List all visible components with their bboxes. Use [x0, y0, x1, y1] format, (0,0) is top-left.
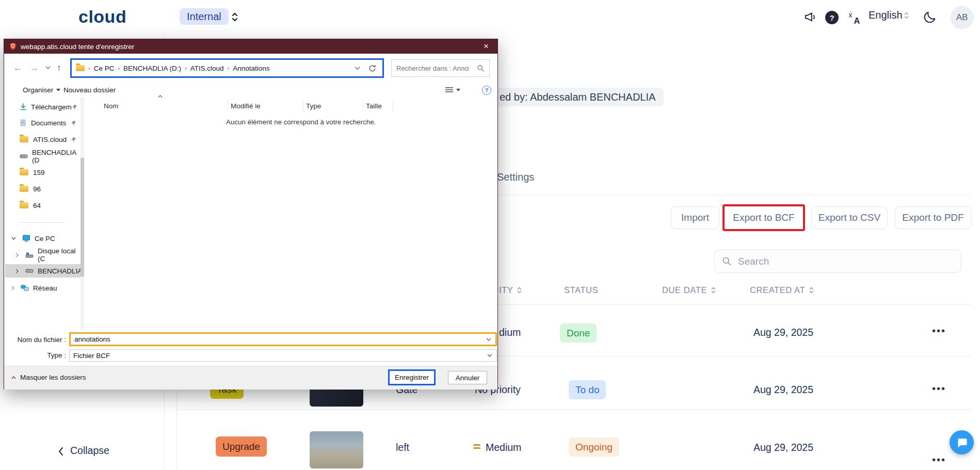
sidebar-item-folder-96[interactable]: 96 [4, 182, 79, 196]
filetype-select[interactable]: Fichier BCF [69, 349, 497, 362]
folder-icon [20, 186, 28, 192]
column-due-date[interactable]: DUE DATE [662, 285, 716, 295]
column-status[interactable]: STATUS [564, 285, 598, 295]
column-size[interactable]: Taille [366, 102, 382, 110]
computer-icon [22, 235, 30, 242]
organize-button[interactable]: Organiser [23, 86, 60, 94]
sidebar-separator [20, 222, 65, 223]
list-view-icon [445, 87, 453, 93]
sidebar-scrollbar-thumb[interactable] [81, 158, 84, 277]
dialog-help-icon[interactable]: ? [482, 86, 491, 95]
sidebar-item-network[interactable]: Réseau [4, 281, 79, 295]
address-bar[interactable]: › Ce PC › BENCHADLIA (D:) › ATIS.cloud ›… [70, 58, 384, 78]
search-input[interactable] [738, 256, 934, 267]
table-search[interactable] [714, 250, 961, 273]
search-icon [722, 256, 732, 266]
language-selector[interactable]: English [869, 9, 903, 21]
filename-input[interactable] [71, 335, 473, 343]
announcements-icon[interactable] [803, 10, 817, 25]
chat-widget-button[interactable] [950, 430, 974, 455]
breadcrumb-atis-cloud[interactable]: ATIS.cloud [190, 64, 224, 72]
translate-icon[interactable]: ẋA [847, 10, 863, 26]
sidebar-item-local-disk-c[interactable]: Disque local (C [4, 248, 79, 262]
export-pdf-button[interactable]: Export to PDF [895, 206, 971, 229]
row3-title[interactable]: left [396, 442, 409, 453]
breadcrumb-separator: › [224, 65, 233, 71]
up-icon[interactable]: ↑ [57, 63, 61, 73]
hide-folders-button[interactable]: Masquer les dossiers [11, 374, 86, 381]
row2-menu-button[interactable]: ••• [932, 383, 946, 395]
sidebar-item-atis-cloud[interactable]: ATIS.cloud [4, 133, 79, 146]
column-name[interactable]: Nom [104, 102, 119, 110]
export-bcf-button[interactable]: Export to BCF [722, 204, 805, 231]
sidebar-item-folder-64[interactable]: 64 [4, 199, 79, 212]
breadcrumb-separator: › [181, 65, 190, 71]
breadcrumb-annotations[interactable]: Annotations [233, 64, 269, 72]
chevron-right-icon[interactable] [11, 286, 14, 290]
dialog-search-input[interactable] [392, 64, 469, 72]
row3-thumbnail[interactable] [310, 431, 363, 468]
download-icon [20, 103, 27, 110]
avatar[interactable]: AB [951, 6, 973, 29]
document-icon [20, 119, 26, 126]
tag-badge: Upgrade [216, 436, 267, 457]
forward-icon[interactable]: → [30, 63, 39, 73]
save-button[interactable]: Enregistrer [388, 369, 436, 385]
row3-priority: Medium [486, 442, 521, 453]
breadcrumb-drive[interactable]: BENCHADLIA (D:) [123, 64, 181, 72]
column-separator [303, 100, 303, 111]
column-created-at[interactable]: CREATED AT [750, 285, 814, 295]
cancel-button[interactable]: Annuler [448, 371, 487, 384]
dialog-titlebar[interactable]: webapp.atis.cloud tente d'enregistrer × [4, 39, 497, 54]
dialog-title: webapp.atis.cloud tente d'enregistrer [21, 43, 134, 51]
back-icon[interactable]: ← [13, 63, 22, 73]
chevron-down-icon[interactable] [486, 338, 491, 341]
row1-menu-button[interactable]: ••• [932, 325, 946, 337]
address-chevron-icon[interactable] [355, 67, 360, 70]
sidebar-item-documents[interactable]: Documents [4, 116, 79, 129]
sidebar-item-ce-pc[interactable]: Ce PC [4, 232, 79, 245]
filetype-value: Fichier BCF [73, 352, 110, 360]
chevron-down-icon[interactable] [487, 354, 492, 357]
status-badge: Ongoing [569, 437, 619, 457]
view-mode-button[interactable] [445, 87, 460, 93]
refresh-icon[interactable] [368, 64, 376, 72]
filename-label: Nom du fichier : [4, 336, 66, 344]
language-chevron-icon[interactable] [904, 11, 909, 20]
filename-field[interactable] [69, 332, 497, 346]
app-logo[interactable]: cloud [78, 7, 126, 27]
dark-mode-icon[interactable] [923, 10, 937, 24]
dialog-search-field[interactable] [391, 59, 490, 77]
close-icon[interactable]: × [480, 41, 492, 52]
export-csv-button[interactable]: Export to CSV [811, 206, 888, 229]
tabbar-divider [464, 195, 971, 195]
folder-icon [20, 136, 28, 142]
column-modified[interactable]: Modifié le [231, 102, 261, 110]
help-icon[interactable]: ? [825, 11, 839, 24]
workspace-badge[interactable]: Internal [180, 8, 229, 25]
sort-asc-icon [158, 95, 163, 98]
import-button[interactable]: Import [671, 206, 719, 229]
created-by-pill: ed by: Abdessalam BENCHADLIA [491, 88, 664, 106]
history-chevron-icon[interactable] [45, 66, 51, 69]
chevron-up-icon [11, 376, 16, 379]
chevron-down-icon[interactable] [11, 237, 16, 240]
column-type[interactable]: Type [306, 102, 321, 110]
sidebar-item-label: Ce PC [35, 235, 55, 242]
tab-settings[interactable]: Settings [497, 171, 534, 183]
column-priority[interactable]: ITY [499, 285, 522, 295]
sort-icon [809, 286, 814, 294]
column-separator [228, 100, 228, 111]
chevron-right-icon[interactable] [15, 269, 19, 273]
sidebar-collapse-button[interactable]: Collapse [70, 445, 109, 457]
row3-menu-button[interactable]: ••• [932, 454, 946, 466]
new-folder-button[interactable]: Nouveau dossier [63, 86, 116, 94]
network-icon [21, 285, 29, 291]
breadcrumb-ce-pc[interactable]: Ce PC [94, 64, 115, 72]
sidebar-item-folder-159[interactable]: 159 [4, 166, 79, 179]
sidebar-item-downloads[interactable]: Téléchargem [4, 100, 79, 114]
sidebar-item-benchadlia-selected[interactable]: BENCHADLIA [5, 264, 81, 278]
sidebar-item-drive-d[interactable]: BENCHADLIA (D [4, 150, 79, 163]
workspace-switcher-icon[interactable] [231, 12, 238, 22]
chevron-right-icon[interactable] [15, 253, 19, 257]
